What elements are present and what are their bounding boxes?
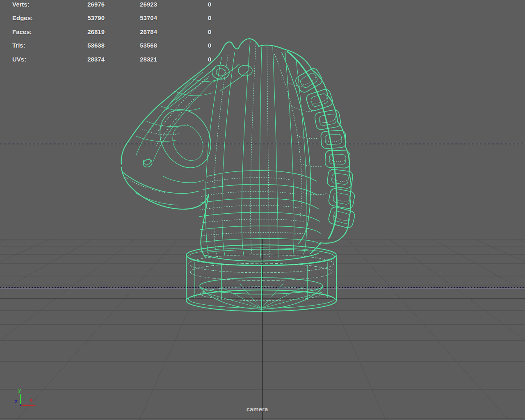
hud-row-label: Verts: (12, 1, 51, 8)
poly-count-hud: Verts: 26976 26923 0 Edges: 53790 53704 … (0, 0, 230, 70)
mane-spine (288, 52, 337, 239)
pedestal-base (186, 245, 336, 311)
hud-row: Edges: 53790 53704 0 (0, 14, 230, 21)
depth-marker-dotted-line (0, 288, 525, 288)
jaw-curve (163, 176, 203, 183)
hud-selected-value: 26784 (106, 28, 157, 35)
chest-outline (121, 167, 209, 257)
y-axis-label: y (18, 387, 21, 393)
hud-component-value: 0 (160, 28, 211, 35)
maya-viewport[interactable]: Verts: 26976 26923 0 Edges: 53790 53704 … (0, 0, 525, 420)
hud-component-value: 0 (160, 14, 211, 21)
face-mesh (136, 72, 223, 161)
head-features (123, 64, 252, 205)
hud-selected-value: 53568 (106, 42, 157, 49)
hud-total-value: 26819 (53, 28, 105, 35)
ear-base-ring (238, 65, 252, 76)
hud-selected-value: 28321 (106, 56, 157, 63)
hidden-edge-dotted-mesh (126, 43, 326, 258)
hud-row: UVs: 28374 28321 0 (0, 56, 230, 63)
z-axis-label: z (15, 399, 18, 404)
hud-selected-value: 53704 (106, 14, 157, 21)
hud-total-value: 26976 (53, 1, 105, 8)
model-outline (121, 39, 351, 257)
hud-row: Verts: 26976 26923 0 (0, 1, 230, 8)
hud-row-label: Edges: (12, 14, 51, 21)
chin-crease (135, 193, 177, 205)
hud-row-label: Tris: (12, 42, 51, 49)
mane-inner-boundary (282, 52, 311, 244)
hud-component-value: 0 (160, 42, 211, 49)
hud-row-label: UVs: (12, 56, 51, 63)
camera-name-label: camera (224, 406, 290, 413)
hud-selected-value: 26923 (106, 1, 157, 8)
axis-orientation-gizmo: y x z (15, 386, 41, 411)
brow-line (176, 68, 215, 100)
hud-row: Tris: 53638 53568 0 (0, 42, 230, 49)
cheek-loop (150, 100, 221, 176)
z-axis-origin-dot (20, 404, 21, 406)
mane-detail (282, 52, 356, 244)
neck-longitude-mesh (205, 41, 307, 258)
knight-wireframe-model[interactable] (121, 39, 356, 311)
x-axis-label: x (30, 397, 32, 402)
hud-row: Faces: 26819 26784 0 (0, 28, 230, 35)
hud-component-value: 0 (160, 56, 211, 63)
ground-grid (0, 239, 525, 420)
hud-total-value: 53638 (53, 42, 105, 49)
hud-component-value: 0 (160, 1, 211, 8)
hud-total-value: 28374 (53, 56, 105, 63)
hud-row-label: Faces: (12, 28, 51, 35)
hud-total-value: 53790 (53, 14, 105, 21)
